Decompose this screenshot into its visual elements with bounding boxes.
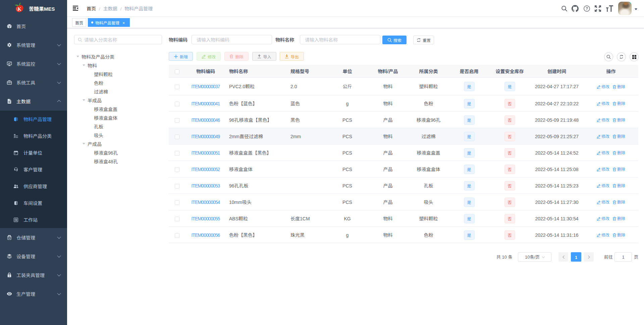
svg-text:K: K <box>18 7 21 12</box>
